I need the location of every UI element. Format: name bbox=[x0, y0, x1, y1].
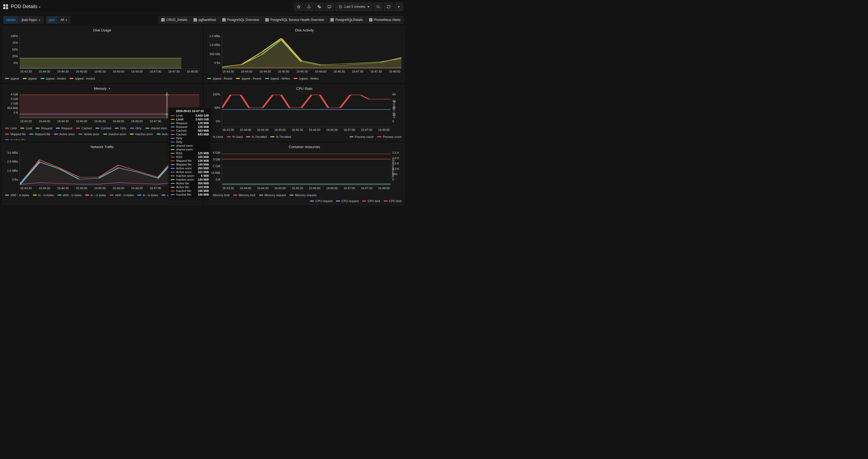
dashboard-link[interactable]: CRUD_Details bbox=[158, 16, 190, 24]
legend-item[interactable]: Request bbox=[36, 127, 52, 130]
tv-button[interactable] bbox=[325, 2, 334, 11]
legend-label: Dirty bbox=[120, 127, 126, 130]
tooltip-label: RSS: bbox=[176, 152, 183, 155]
legend-item[interactable]: Active anon bbox=[54, 132, 75, 136]
refresh-button[interactable] bbox=[384, 2, 393, 11]
cluster-variable[interactable]: cluster jkatz:hippo bbox=[3, 16, 43, 24]
panel-title: Memory ▾ bbox=[2, 85, 202, 92]
legend-item[interactable]: Dirty bbox=[130, 127, 142, 130]
legend-label: Inactive anon bbox=[135, 132, 153, 136]
legend-item[interactable]: Process count bbox=[377, 135, 401, 138]
legend-label: lo - tx bytes bbox=[143, 194, 158, 197]
plot-area[interactable] bbox=[222, 92, 391, 127]
tooltip-swatch bbox=[171, 160, 175, 161]
legend-item[interactable]: lo - tx bytes bbox=[137, 194, 158, 197]
legend-item[interactable]: /pgwal - Inodes bbox=[70, 77, 95, 80]
legend-item[interactable]: % Throttled bbox=[271, 135, 291, 138]
refresh-interval-button[interactable]: ▾ bbox=[394, 2, 403, 11]
legend-item[interactable]: Memory limit bbox=[233, 194, 255, 197]
legend-item[interactable]: % Used bbox=[227, 135, 243, 138]
legend-label: % Throttled bbox=[276, 135, 291, 138]
legend-label: Inactive file bbox=[10, 138, 25, 140]
legend-item[interactable]: lo - rx bytes bbox=[85, 194, 106, 197]
topbar: POD Details Last 5 minutes ▾ ▾ bbox=[0, 0, 407, 13]
dashboard-link[interactable]: PostgreSQL Overview bbox=[219, 16, 262, 24]
dashboard-grid-icon[interactable] bbox=[3, 4, 8, 9]
tooltip-label: Inactive file: bbox=[176, 193, 192, 196]
chevron-down-icon[interactable]: ▾ bbox=[108, 87, 111, 91]
yaxis-left: 3.0 MBs2.0 MBs1.0 MBs0 Bs bbox=[5, 151, 20, 186]
legend-swatch bbox=[85, 195, 89, 196]
plot-area[interactable] bbox=[222, 34, 401, 69]
legend-item[interactable]: Process count bbox=[349, 135, 374, 138]
legend-item[interactable]: eth0 - tx bytes bbox=[110, 194, 134, 197]
legend-item[interactable]: CPU limit bbox=[384, 199, 401, 203]
legend-item[interactable]: /pgwal - Inodes bbox=[41, 77, 66, 80]
legend-swatch bbox=[293, 78, 298, 79]
legend-item[interactable]: Inactive file bbox=[5, 138, 25, 140]
legend-label: CPU limit bbox=[389, 199, 401, 203]
star-button[interactable] bbox=[294, 2, 303, 11]
dashboard-link[interactable]: pgBackRest bbox=[191, 16, 219, 24]
legend-item[interactable]: CPU limit bbox=[362, 199, 380, 203]
tooltip-value: 186 MiB bbox=[198, 189, 209, 192]
legend-item[interactable]: Mapped file bbox=[30, 132, 50, 136]
dashboard-link[interactable]: Prometheus Alerts bbox=[366, 16, 403, 24]
legend-item[interactable]: Inactive anon bbox=[130, 132, 153, 136]
panel-container-resources[interactable]: Container resources 4 GiB3 GiB2 GiB954 M… bbox=[204, 143, 404, 205]
tooltip-row: Request:128 MiB bbox=[171, 125, 209, 129]
time-range-button[interactable]: Last 5 minutes ▾ bbox=[335, 2, 373, 11]
panel-disk-activity[interactable]: Disk Activity 1.5 MBs1.0 MBs500 kBs0 Bs … bbox=[204, 26, 404, 83]
pod-variable[interactable]: pod All bbox=[46, 16, 70, 24]
legend-item[interactable]: Mapped file bbox=[5, 132, 26, 136]
legend-item[interactable]: CPU request bbox=[336, 199, 359, 203]
legend-swatch bbox=[5, 139, 9, 140]
legend-item[interactable]: /pgwal - Writes bbox=[265, 77, 290, 80]
legend-item[interactable]: % Throttled bbox=[246, 135, 267, 138]
legend-item[interactable]: Cached bbox=[95, 127, 111, 130]
panel-disk-usage[interactable]: Disk Usage 100%75%50%25%0% 16:43:3016:44… bbox=[2, 26, 202, 83]
legend-item[interactable]: Limit bbox=[5, 127, 17, 130]
legend-item[interactable]: Inactive anon bbox=[103, 132, 126, 136]
legend-item[interactable]: eth0 - rx bytes bbox=[5, 194, 29, 197]
legend-item[interactable]: eth0 - rx bytes bbox=[58, 194, 82, 197]
dashboard-title[interactable]: POD Details bbox=[11, 4, 40, 9]
zoom-out-button[interactable] bbox=[374, 2, 383, 11]
share-button[interactable] bbox=[304, 2, 313, 11]
legend-item[interactable]: /pgwal - Writes bbox=[293, 77, 319, 80]
legend: /pgwal - Reads/pgwal - Reads/pgwal - Wri… bbox=[205, 75, 404, 82]
legend-item[interactable]: CPU request bbox=[310, 199, 332, 203]
topbar-right: Last 5 minutes ▾ ▾ bbox=[294, 2, 403, 11]
legend-item[interactable]: Active anon bbox=[79, 132, 99, 136]
legend-item[interactable]: /pgwal bbox=[5, 77, 19, 80]
legend-item[interactable]: Cached bbox=[76, 127, 92, 130]
legend-swatch bbox=[21, 128, 24, 129]
legend-item[interactable]: Request bbox=[56, 127, 72, 130]
tooltip-label: Limit: bbox=[176, 114, 183, 117]
legend-item[interactable]: /pgwal - Reads bbox=[236, 77, 261, 80]
legend-item[interactable]: /pgwal bbox=[23, 77, 37, 80]
legend-label: lo - rx bytes bbox=[91, 194, 106, 197]
legend-item[interactable]: lo - rx bytes bbox=[33, 194, 54, 197]
panel-cpu-stats[interactable]: CPU Stats 100%50%0% 403020100 Process co… bbox=[204, 85, 404, 141]
legend-label: Limit bbox=[10, 127, 17, 130]
legend-item[interactable]: /pgwal - Reads bbox=[207, 77, 232, 80]
plot-area[interactable] bbox=[20, 34, 199, 69]
legend-label: Process count bbox=[355, 135, 374, 138]
dashboard-link[interactable]: PostgreSQL Service Health Overview bbox=[262, 16, 327, 24]
legend-item[interactable]: shared mem bbox=[146, 127, 167, 130]
legend-item[interactable]: Memory request bbox=[289, 194, 316, 197]
legend-item[interactable]: Dirty bbox=[115, 127, 126, 130]
legend-label: eth0 - rx bytes bbox=[63, 194, 82, 197]
legend-label: % Throttled bbox=[252, 135, 267, 138]
legend-label: % Used bbox=[232, 135, 243, 138]
legend-swatch bbox=[310, 200, 314, 202]
legend-label: Mapped file bbox=[35, 132, 50, 136]
settings-button[interactable] bbox=[315, 2, 324, 11]
legend-item[interactable]: Memory request bbox=[259, 194, 286, 197]
legend-item[interactable]: Limit bbox=[21, 127, 32, 130]
dashboard-link[interactable]: PostgreSQLDetails bbox=[328, 16, 366, 24]
legend-label: Mapped file bbox=[10, 132, 26, 136]
plot-area[interactable] bbox=[222, 151, 391, 186]
legend-swatch bbox=[115, 128, 119, 129]
